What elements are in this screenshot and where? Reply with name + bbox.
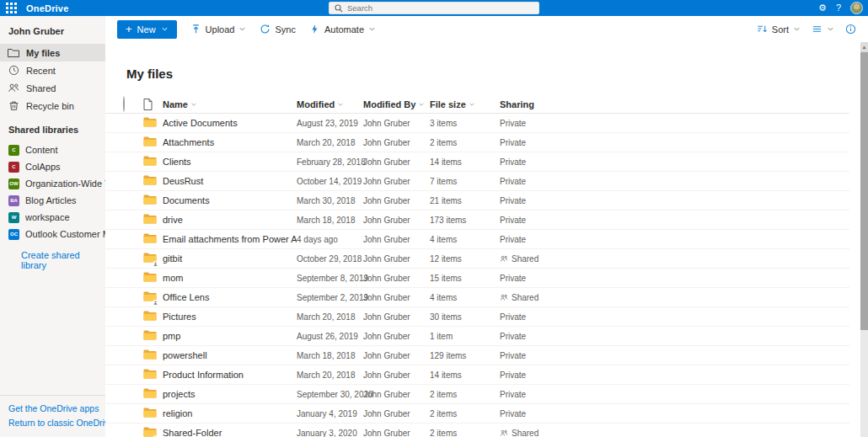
file-name[interactable]: mom xyxy=(163,273,297,283)
table-row[interactable]: Office Lens September 2, 2019 John Grube… xyxy=(105,288,849,307)
select-all-checkbox[interactable] xyxy=(123,96,125,112)
sidebar-library-item[interactable]: W workspace xyxy=(0,209,105,226)
sidebar-library-item[interactable]: C ColApps xyxy=(0,158,105,175)
file-size: 15 items xyxy=(430,274,500,283)
search-input[interactable] xyxy=(347,3,516,13)
file-modified: March 20, 2018 xyxy=(297,138,363,147)
file-name[interactable]: projects xyxy=(163,389,297,399)
table-row[interactable]: drive March 18, 2018 John Gruber 173 ite… xyxy=(105,211,849,230)
table-row[interactable]: Product Information March 20, 2018 John … xyxy=(105,365,849,385)
automate-button[interactable]: Automate xyxy=(309,24,376,35)
file-sharing: Private xyxy=(500,235,849,244)
sidebar-library-item[interactable]: OC Outlook Customer Manag... xyxy=(0,226,105,242)
file-name[interactable]: Email attachments from Power Automate xyxy=(163,234,297,244)
table-row[interactable]: mom September 8, 2019 John Gruber 15 ite… xyxy=(105,269,849,288)
sidebar-item-shared[interactable]: Shared xyxy=(0,79,105,97)
user-avatar[interactable] xyxy=(850,2,863,14)
folder-icon xyxy=(8,47,19,59)
sidebar-library-item[interactable]: BA Blog Articles xyxy=(0,192,105,209)
folder-icon xyxy=(143,309,157,323)
details-pane-button[interactable] xyxy=(845,24,856,35)
column-header-name[interactable]: Name xyxy=(163,99,297,109)
folder-icon xyxy=(143,115,157,130)
table-row[interactable]: Shared-Folder January 3, 2020 John Grube… xyxy=(105,424,849,437)
footer-link-return-to-classic-onedrive[interactable]: Return to classic OneDrive xyxy=(8,416,97,430)
create-shared-library-link[interactable]: Create shared library xyxy=(0,242,105,270)
settings-gear-icon[interactable]: ⚙ xyxy=(818,0,827,16)
file-sharing: Private xyxy=(500,312,849,322)
file-sharing: Shared xyxy=(500,293,849,302)
library-label: Organization-Wide Team xyxy=(25,179,105,189)
folder-icon xyxy=(143,290,157,304)
file-name[interactable]: DeusRust xyxy=(163,176,297,186)
table-row[interactable]: projects September 30, 2020 John Gruber … xyxy=(105,385,849,404)
table-row[interactable]: religion January 4, 2019 John Gruber 2 i… xyxy=(105,404,849,424)
file-name[interactable]: Documents xyxy=(163,195,297,205)
scrollbar-thumb[interactable] xyxy=(860,52,868,330)
chevron-down-icon xyxy=(418,101,425,108)
table-row[interactable]: powershell March 18, 2018 John Gruber 12… xyxy=(105,346,849,365)
sidebar-library-item[interactable]: OW Organization-Wide Team xyxy=(0,175,105,192)
app-launcher-icon[interactable] xyxy=(6,3,17,13)
table-row[interactable]: Clients February 28, 2018 John Gruber 14… xyxy=(105,152,849,172)
file-modified: March 20, 2018 xyxy=(297,370,363,380)
column-header-modified-by[interactable]: Modified By xyxy=(363,99,430,109)
upload-button-label: Upload xyxy=(206,24,235,35)
upload-button[interactable]: Upload xyxy=(190,24,247,35)
file-name[interactable]: pmp xyxy=(163,331,297,341)
table-row[interactable]: Attachments March 20, 2018 John Gruber 2… xyxy=(105,133,849,152)
file-name[interactable]: Office Lens xyxy=(163,292,297,302)
file-size: 12 items xyxy=(430,254,500,264)
column-header-file-size[interactable]: File size xyxy=(430,99,500,109)
sync-button[interactable]: Sync xyxy=(260,24,295,35)
file-name[interactable]: Clients xyxy=(163,157,297,167)
vertical-scrollbar[interactable]: ▲ xyxy=(860,42,868,437)
library-label: Outlook Customer Manag... xyxy=(25,229,105,239)
sidebar-item-recycle-bin[interactable]: Recycle bin xyxy=(0,97,105,115)
new-button[interactable]: + New xyxy=(117,20,177,39)
chevron-down-icon xyxy=(793,25,801,33)
view-options-button[interactable] xyxy=(812,24,834,35)
sidebar-item-recent[interactable]: Recent xyxy=(0,61,105,79)
table-row[interactable]: pmp August 26, 2019 John Gruber 1 item P… xyxy=(105,327,849,346)
table-row[interactable]: DeusRust October 14, 2019 John Gruber 7 … xyxy=(105,172,849,191)
file-sharing: Shared xyxy=(500,429,849,437)
sidebar-library-item[interactable]: C Content xyxy=(0,141,105,158)
column-header-modified[interactable]: Modified xyxy=(297,99,363,109)
file-modified: September 8, 2019 xyxy=(297,274,363,283)
file-type-column-icon[interactable] xyxy=(143,99,163,110)
file-name[interactable]: Shared-Folder xyxy=(163,428,297,437)
file-name[interactable]: Product Information xyxy=(163,370,297,380)
table-row[interactable]: Pictures March 20, 2018 John Gruber 30 i… xyxy=(105,307,849,327)
table-row[interactable]: Active Documents August 23, 2019 John Gr… xyxy=(105,114,849,133)
file-name[interactable]: Pictures xyxy=(163,312,297,322)
file-name[interactable]: religion xyxy=(163,408,297,418)
shared-libraries-title: Shared libraries xyxy=(0,115,105,141)
file-name[interactable]: Attachments xyxy=(163,137,297,147)
file-sharing: Private xyxy=(500,370,849,380)
table-row[interactable]: gitbit October 29, 2018 John Gruber 12 i… xyxy=(105,249,849,269)
scroll-up-button[interactable]: ▲ xyxy=(860,42,868,52)
sidebar: John Gruber My files Recent Shared Recyc… xyxy=(0,16,105,437)
column-header-sharing[interactable]: Sharing xyxy=(500,99,849,109)
file-name[interactable]: Active Documents xyxy=(163,118,297,128)
help-icon[interactable]: ? xyxy=(836,0,841,16)
info-icon xyxy=(845,24,856,35)
file-name[interactable]: gitbit xyxy=(163,253,297,264)
chevron-down-icon xyxy=(190,101,197,108)
file-modified-by: John Gruber xyxy=(363,235,430,244)
table-row[interactable]: Documents March 30, 2018 John Gruber 21 … xyxy=(105,191,849,211)
files-table: Name Modified Modified By File size Shar… xyxy=(105,95,849,437)
list-view-icon xyxy=(812,24,822,35)
table-row[interactable]: Email attachments from Power Automate 4 … xyxy=(105,230,849,249)
file-name[interactable]: drive xyxy=(163,215,297,225)
sidebar-item-my-files[interactable]: My files xyxy=(0,44,105,61)
folder-icon xyxy=(143,193,157,207)
new-button-label: New xyxy=(137,24,156,35)
file-name[interactable]: powershell xyxy=(163,350,297,360)
file-sharing: Private xyxy=(500,332,849,341)
file-size: 7 items xyxy=(430,177,500,186)
footer-link-get-the-onedrive-apps[interactable]: Get the OneDrive apps xyxy=(8,402,97,416)
search-box[interactable] xyxy=(329,2,539,14)
sort-button[interactable]: Sort xyxy=(757,24,801,35)
